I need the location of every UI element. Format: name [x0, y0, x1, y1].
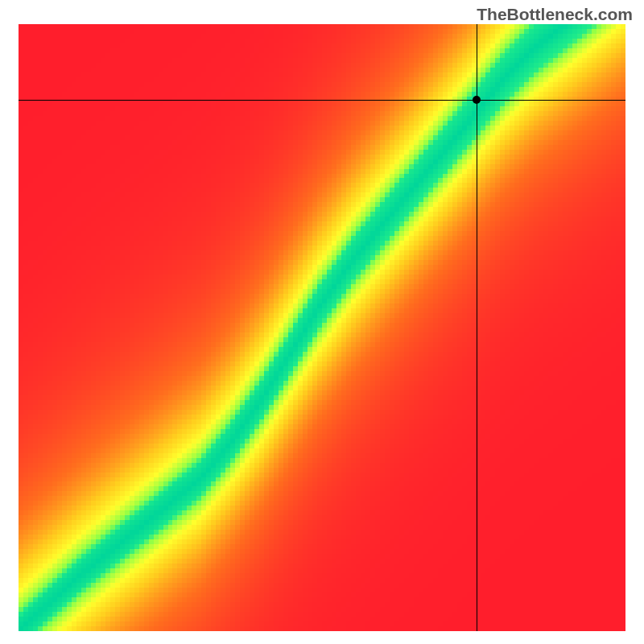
crosshair-horizontal — [19, 100, 625, 101]
crosshair-marker-dot — [473, 96, 481, 104]
heatmap-canvas — [19, 24, 625, 631]
watermark-text: TheBottleneck.com — [477, 5, 633, 24]
heatmap-plot — [19, 24, 625, 631]
crosshair-vertical — [477, 24, 477, 631]
